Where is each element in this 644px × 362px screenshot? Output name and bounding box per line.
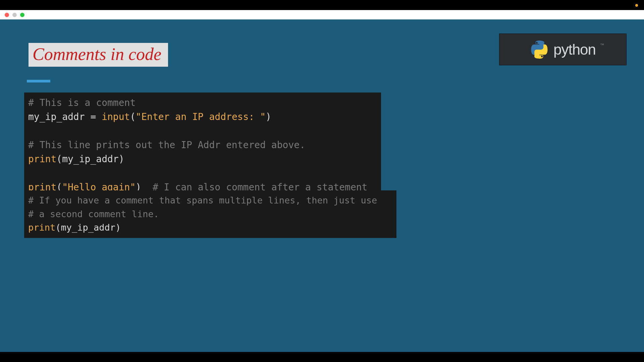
code-comment: # a second comment line. [28, 209, 159, 219]
code-comment: # If you have a comment that spans multi… [28, 195, 377, 205]
code-operator: = [85, 111, 102, 122]
code-function: input [102, 111, 130, 122]
viewport: Comments in code python™ # This is a com… [0, 0, 644, 362]
code-paren: ) [266, 111, 271, 122]
letterbox-bottom-bar [0, 352, 644, 362]
code-paren: ( [130, 111, 136, 122]
code-string: "Enter an IP address: " [136, 111, 266, 122]
trademark-symbol: ™ [600, 43, 604, 47]
code-function: print [28, 154, 56, 165]
letterbox-top-bar [0, 0, 644, 10]
code-paren: ) [119, 154, 124, 165]
code-comment: # This line prints out the IP Addr enter… [28, 139, 305, 150]
code-function: print [28, 222, 55, 233]
logo-word: python [553, 41, 596, 58]
python-logo: python™ [499, 34, 627, 65]
code-identifier: my_ip_addr [62, 154, 119, 165]
code-comment: # This is a comment [28, 97, 136, 108]
python-logo-text: python™ [553, 41, 596, 58]
window-chrome [0, 10, 644, 19]
code-identifier: my_ip_addr [61, 222, 116, 233]
code-identifier: my_ip_addr [28, 111, 85, 122]
code-block-1: # This is a comment my_ip_addr = input("… [24, 93, 381, 198]
python-logo-icon [530, 40, 549, 59]
code-block-2: # If you have a comment that spans multi… [24, 190, 396, 238]
accent-line [27, 80, 50, 82]
code-paren: ( [56, 154, 62, 165]
code-paren: ( [55, 222, 61, 233]
slide-title: Comments in code [29, 43, 168, 67]
notification-dot-icon [635, 4, 638, 7]
code-paren: ) [115, 222, 121, 233]
minimize-icon[interactable] [12, 13, 17, 17]
close-icon[interactable] [5, 13, 9, 17]
slide-canvas: Comments in code python™ # This is a com… [0, 19, 644, 352]
zoom-icon[interactable] [20, 13, 24, 17]
